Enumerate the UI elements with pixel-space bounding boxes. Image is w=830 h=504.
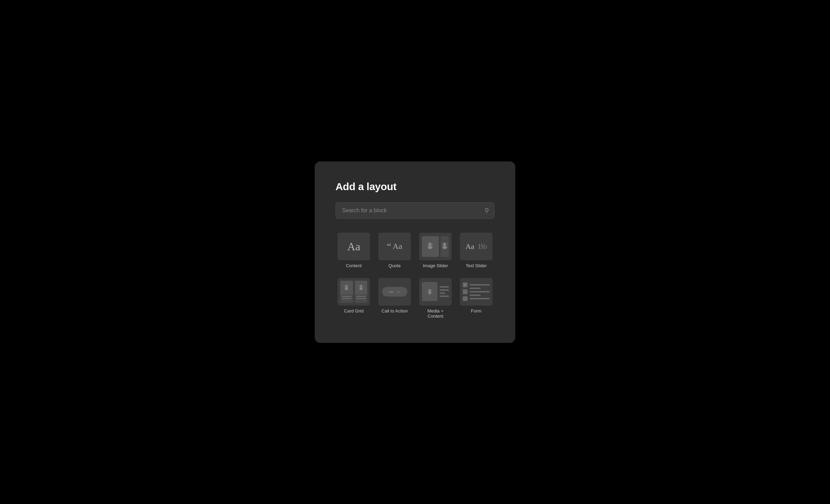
- block-thumb-text-slider: Aa Bb: [460, 233, 492, 260]
- block-item-text-slider[interactable]: Aa Bb Text Slider: [458, 231, 495, 272]
- block-thumb-image-slider: ⛇ ⛇: [419, 233, 452, 260]
- block-label-image-slider: Image Slider: [423, 263, 448, 268]
- block-label-text-slider: Text Slider: [466, 263, 487, 268]
- block-thumb-quote: “ Aa: [378, 233, 411, 260]
- modal-title: Add a layout: [335, 181, 495, 193]
- block-label-card-grid: Card Grid: [344, 308, 363, 314]
- block-label-form: Form: [471, 308, 481, 314]
- block-thumb-cta: — →: [378, 278, 411, 306]
- block-label-content: Content: [346, 263, 362, 268]
- block-item-content[interactable]: Aa Content: [335, 231, 372, 272]
- block-item-form[interactable]: ✓ Form: [458, 276, 495, 322]
- search-container: ⚲: [335, 202, 495, 219]
- block-thumb-media-content: ⛇: [419, 278, 452, 306]
- block-item-card-grid[interactable]: ⛇ ⛇: [335, 276, 372, 322]
- block-item-cta[interactable]: — → Call to Action: [376, 276, 413, 322]
- block-item-media-content[interactable]: ⛇ Media + Content: [417, 276, 454, 322]
- block-item-quote[interactable]: “ Aa Quote: [376, 231, 413, 272]
- block-label-cta: Call to Action: [381, 308, 408, 314]
- overlay: Add a layout ⚲ Aa Content “ A: [0, 0, 830, 504]
- block-item-image-slider[interactable]: ⛇ ⛇ Image Slider: [417, 231, 454, 272]
- modal: Add a layout ⚲ Aa Content “ A: [315, 161, 515, 343]
- block-thumb-form: ✓: [460, 278, 492, 306]
- block-thumb-content: Aa: [338, 233, 370, 260]
- blocks-grid: Aa Content “ Aa Quote: [335, 231, 495, 322]
- block-label-media-content: Media + Content: [419, 308, 452, 319]
- search-input[interactable]: [335, 202, 495, 219]
- block-thumb-card-grid: ⛇ ⛇: [338, 278, 370, 306]
- block-label-quote: Quote: [388, 263, 400, 268]
